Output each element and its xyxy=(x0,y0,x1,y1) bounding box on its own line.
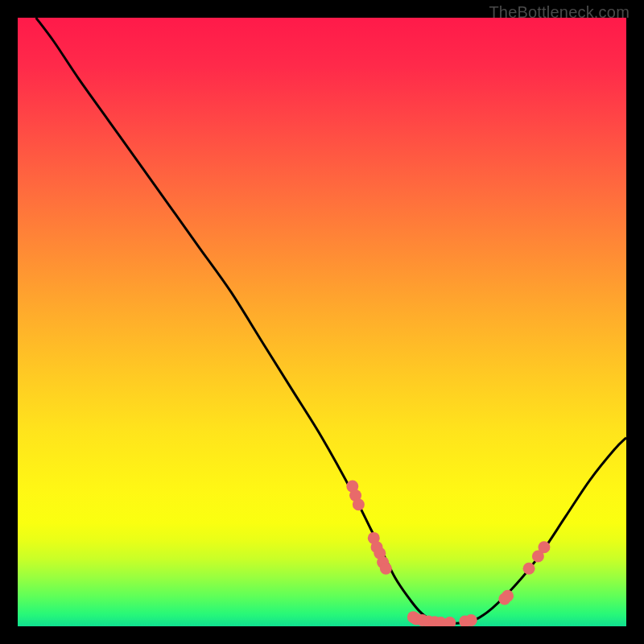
watermark-text: TheBottleneck.com xyxy=(489,3,630,22)
data-marker xyxy=(380,563,392,575)
bottleneck-curve-line xyxy=(36,18,626,624)
data-marker xyxy=(465,614,477,626)
curve-path xyxy=(36,18,626,624)
data-marker xyxy=(444,617,456,626)
data-marker xyxy=(523,563,535,575)
data-marker xyxy=(353,498,365,510)
curve-svg xyxy=(18,18,626,626)
data-markers xyxy=(346,481,550,626)
chart-container: TheBottleneck.com xyxy=(0,0,644,644)
data-marker xyxy=(538,541,550,553)
data-marker xyxy=(502,590,514,602)
